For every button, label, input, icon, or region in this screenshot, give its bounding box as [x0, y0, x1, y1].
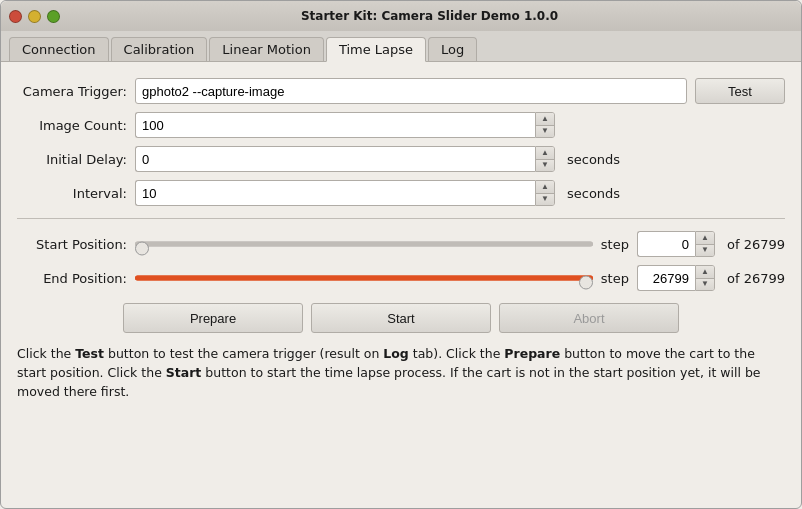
end-position-of-label: of 26799	[727, 271, 785, 286]
end-position-row: End Position: step ▲ ▼ of 26799	[17, 265, 785, 291]
image-count-spinbox: ▲ ▼	[135, 112, 555, 138]
image-count-row: Image Count: ▲ ▼	[17, 112, 785, 138]
image-count-down[interactable]: ▼	[536, 125, 554, 137]
tab-calibration[interactable]: Calibration	[111, 37, 208, 61]
initial-delay-down[interactable]: ▼	[536, 159, 554, 171]
end-position-spinbox-buttons: ▲ ▼	[695, 265, 715, 291]
end-position-up[interactable]: ▲	[696, 266, 714, 278]
initial-delay-spinbox-buttons: ▲ ▼	[535, 146, 555, 172]
start-position-spinbox-buttons: ▲ ▼	[695, 231, 715, 257]
start-position-spinbox: ▲ ▼	[637, 231, 715, 257]
end-position-slider-wrap	[135, 268, 593, 288]
start-position-step-label: step	[601, 237, 629, 252]
initial-delay-unit: seconds	[567, 152, 620, 167]
titlebar: Starter Kit: Camera Slider Demo 1.0.0	[1, 1, 801, 31]
help-test-bold: Test	[75, 346, 104, 361]
end-position-slider[interactable]	[135, 276, 593, 281]
close-button[interactable]	[9, 10, 22, 23]
interval-spinbox: ▲ ▼	[135, 180, 555, 206]
camera-trigger-row: Camera Trigger: Test	[17, 78, 785, 104]
help-prepare-bold: Prepare	[504, 346, 560, 361]
start-position-down[interactable]: ▼	[696, 244, 714, 256]
end-position-spinbox: ▲ ▼	[637, 265, 715, 291]
start-position-input[interactable]	[637, 231, 695, 257]
tab-connection[interactable]: Connection	[9, 37, 109, 61]
interval-row: Interval: ▲ ▼ seconds	[17, 180, 785, 206]
initial-delay-input[interactable]	[135, 146, 535, 172]
end-position-label: End Position:	[17, 271, 127, 286]
start-position-label: Start Position:	[17, 237, 127, 252]
main-window: Starter Kit: Camera Slider Demo 1.0.0 Co…	[0, 0, 802, 509]
initial-delay-label: Initial Delay:	[17, 152, 127, 167]
tab-time-lapse[interactable]: Time Lapse	[326, 37, 426, 62]
start-position-up[interactable]: ▲	[696, 232, 714, 244]
tab-linear-motion[interactable]: Linear Motion	[209, 37, 324, 61]
help-start-bold: Start	[166, 365, 202, 380]
tabs-bar: Connection Calibration Linear Motion Tim…	[1, 31, 801, 62]
interval-down[interactable]: ▼	[536, 193, 554, 205]
interval-input[interactable]	[135, 180, 535, 206]
interval-up[interactable]: ▲	[536, 181, 554, 193]
start-button[interactable]: Start	[311, 303, 491, 333]
start-position-slider[interactable]	[135, 242, 593, 247]
interval-unit: seconds	[567, 186, 620, 201]
help-text: Click the Test button to test the camera…	[17, 345, 785, 401]
end-position-input[interactable]	[637, 265, 695, 291]
image-count-label: Image Count:	[17, 118, 127, 133]
content-area: Camera Trigger: Test Image Count: ▲ ▼ In…	[1, 62, 801, 508]
separator	[17, 218, 785, 219]
start-position-of-label: of 26799	[727, 237, 785, 252]
initial-delay-spinbox: ▲ ▼	[135, 146, 555, 172]
start-position-row: Start Position: step ▲ ▼ of 26799	[17, 231, 785, 257]
minimize-button[interactable]	[28, 10, 41, 23]
maximize-button[interactable]	[47, 10, 60, 23]
actions-row: Prepare Start Abort	[17, 303, 785, 333]
help-log-bold: Log	[383, 346, 409, 361]
interval-spinbox-buttons: ▲ ▼	[535, 180, 555, 206]
end-position-down[interactable]: ▼	[696, 278, 714, 290]
camera-trigger-label: Camera Trigger:	[17, 84, 127, 99]
test-button[interactable]: Test	[695, 78, 785, 104]
start-position-slider-wrap	[135, 234, 593, 254]
tab-log[interactable]: Log	[428, 37, 477, 61]
prepare-button[interactable]: Prepare	[123, 303, 303, 333]
image-count-up[interactable]: ▲	[536, 113, 554, 125]
camera-trigger-input[interactable]	[135, 78, 687, 104]
abort-button[interactable]: Abort	[499, 303, 679, 333]
end-position-step-label: step	[601, 271, 629, 286]
image-count-input[interactable]	[135, 112, 535, 138]
initial-delay-up[interactable]: ▲	[536, 147, 554, 159]
image-count-spinbox-buttons: ▲ ▼	[535, 112, 555, 138]
initial-delay-row: Initial Delay: ▲ ▼ seconds	[17, 146, 785, 172]
interval-label: Interval:	[17, 186, 127, 201]
window-title: Starter Kit: Camera Slider Demo 1.0.0	[66, 9, 793, 23]
